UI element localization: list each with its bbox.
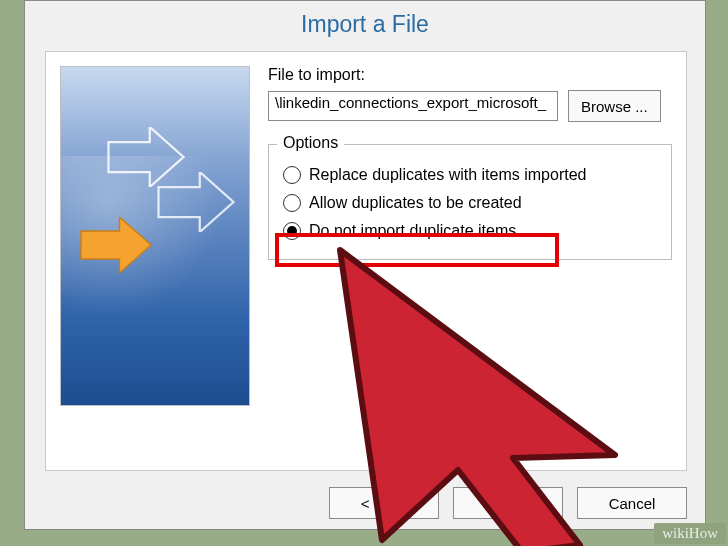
radio-icon	[283, 194, 301, 212]
file-to-import-label: File to import:	[268, 66, 672, 84]
radio-label: Allow duplicates to be created	[309, 194, 522, 212]
radio-replace-duplicates[interactable]: Replace duplicates with items imported	[281, 161, 659, 189]
radio-icon	[283, 166, 301, 184]
next-button[interactable]: Next >	[453, 487, 563, 519]
radio-do-not-import-duplicates[interactable]: Do not import duplicate items	[281, 217, 659, 245]
wizard-graphic	[60, 66, 250, 406]
import-file-dialog: Import a File File to import: \linkedin_…	[24, 0, 706, 530]
radio-label: Do not import duplicate items	[309, 222, 516, 240]
back-button[interactable]: < Back	[329, 487, 439, 519]
radio-label: Replace duplicates with items imported	[309, 166, 586, 184]
cancel-button[interactable]: Cancel	[577, 487, 687, 519]
options-legend: Options	[277, 134, 344, 152]
file-path-input[interactable]: \linkedin_connections_export_microsoft_	[268, 91, 558, 121]
radio-icon-selected	[283, 222, 301, 240]
watermark: wikiHow	[654, 523, 726, 544]
file-row: \linkedin_connections_export_microsoft_ …	[268, 90, 672, 122]
wizard-buttons: < Back Next > Cancel	[329, 487, 687, 519]
dialog-title: Import a File	[25, 1, 705, 52]
radio-allow-duplicates[interactable]: Allow duplicates to be created	[281, 189, 659, 217]
browse-button[interactable]: Browse ...	[568, 90, 661, 122]
right-column: File to import: \linkedin_connections_ex…	[268, 66, 672, 456]
options-fieldset: Options Replace duplicates with items im…	[268, 144, 672, 260]
dialog-body: File to import: \linkedin_connections_ex…	[45, 51, 687, 471]
